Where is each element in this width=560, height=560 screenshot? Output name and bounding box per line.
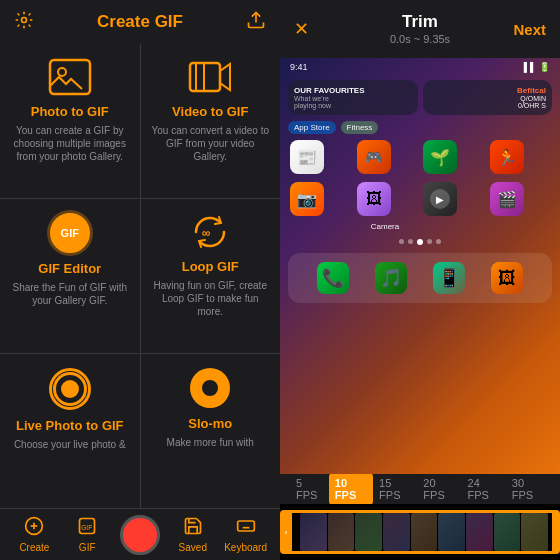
timeline-handle-left[interactable]: ‹ [280, 510, 292, 554]
timeline-bottom-border [292, 551, 552, 554]
left-panel: Create GIF Photo to GIF You can create a… [0, 0, 280, 560]
live-photo-icon [49, 368, 91, 410]
google-news-app: 📰 [290, 140, 324, 174]
timeline-frame-9 [521, 513, 548, 551]
dock-spotify: 🎵 [375, 262, 407, 294]
status-time: 9:41 [290, 62, 308, 72]
keyboard-label: Keyboard [224, 542, 267, 553]
fps-20[interactable]: 20 FPS [417, 473, 461, 505]
close-button[interactable]: ✕ [294, 18, 309, 40]
settings-icon[interactable] [14, 10, 34, 35]
svg-rect-2 [50, 60, 90, 94]
photo2-app: 🖼 [357, 182, 391, 216]
page-dots [280, 235, 560, 249]
timeline-frame-6 [438, 513, 465, 551]
create-icon [24, 516, 44, 540]
play-app: ▶ [423, 182, 457, 216]
dot-1 [399, 239, 404, 244]
dock-phone: 📞 [317, 262, 349, 294]
video-to-gif-title: Video to GIF [172, 104, 248, 119]
photo-to-gif-icon [48, 58, 92, 96]
create-label: Create [19, 542, 49, 553]
svg-point-3 [58, 68, 66, 76]
saved-icon [183, 516, 203, 540]
timeline-frame-5 [411, 513, 438, 551]
right-panel: ✕ Trim 0.0s ~ 9.35s Next 9:41 ▌▌ 🔋 OUR F… [280, 0, 560, 560]
slomo-cell[interactable]: Slo-mo Make more fun with [141, 354, 281, 508]
nav-create[interactable]: Create [8, 516, 61, 553]
record-button[interactable] [120, 515, 160, 555]
battlegrounds-app: 🎮 [357, 140, 391, 174]
gif-editor-icon: GIF [50, 213, 90, 253]
svg-point-0 [22, 17, 27, 22]
fps-10[interactable]: 10 FPS [329, 473, 373, 505]
phone-mockup: 9:41 ▌▌ 🔋 OUR FAVOURITES What we'replayi… [280, 58, 560, 474]
timeline-frame-4 [383, 513, 410, 551]
photo-to-gif-desc: You can create a GIF by choosing multipl… [10, 124, 130, 163]
status-icons: ▌▌ 🔋 [524, 62, 550, 72]
timeline-frame-2 [328, 513, 355, 551]
dock-facetime: 📱 [433, 262, 465, 294]
timeline-frame-8 [494, 513, 521, 551]
slomo-title: Slo-mo [188, 416, 232, 431]
gif-nav-icon: GIF [77, 516, 97, 540]
dot-5 [436, 239, 441, 244]
svg-rect-13 [237, 521, 254, 531]
loop-gif-desc: Having fun on GIF, create Loop GIF to ma… [151, 279, 271, 318]
video-to-gif-cell[interactable]: Video to GIF You can convert a video to … [141, 44, 281, 198]
loop-gif-cell[interactable]: ∞ Loop GIF Having fun on GIF, create Loo… [141, 199, 281, 353]
live-photo-title: Live Photo to GIF [16, 418, 124, 433]
dot-4 [427, 239, 432, 244]
trim-title-group: Trim 0.0s ~ 9.35s [390, 12, 450, 46]
timeline-handle-right[interactable] [552, 510, 560, 554]
photo-to-gif-title: Photo to GIF [31, 104, 109, 119]
next-button[interactable]: Next [513, 21, 546, 38]
bottom-nav: Create GIF GIF Saved [0, 508, 280, 560]
video-to-gif-icon [188, 58, 232, 96]
timeline-inner: ‹ [280, 510, 560, 554]
dot-3 [417, 239, 423, 245]
timeline-strip[interactable]: ‹ [280, 504, 560, 560]
page-title: Create GIF [97, 12, 183, 32]
trim-title: Trim [402, 12, 438, 32]
photo-to-gif-cell[interactable]: Photo to GIF You can create a GIF by cho… [0, 44, 140, 198]
nav-gif[interactable]: GIF GIF [61, 516, 114, 553]
svg-text:∞: ∞ [202, 226, 211, 240]
fps-5[interactable]: 5 FPS [290, 473, 329, 505]
gif-editor-desc: Share the Fun of GIF with your Gallery G… [10, 281, 130, 307]
gif-editor-cell[interactable]: GIF GIF Editor Share the Fun of GIF with… [0, 199, 140, 353]
timeline-frame-3 [355, 513, 382, 551]
trim-time-range: 0.0s ~ 9.35s [390, 32, 450, 46]
slomo-desc: Make more fun with [167, 436, 254, 449]
right-header: ✕ Trim 0.0s ~ 9.35s Next [280, 0, 560, 58]
dock: 📞 🎵 📱 🖼 [288, 253, 552, 303]
video-preview: 9:41 ▌▌ 🔋 OUR FAVOURITES What we'replayi… [280, 58, 560, 474]
nav-record [114, 515, 167, 555]
nav-saved[interactable]: Saved [166, 516, 219, 553]
timeline-frame-7 [466, 513, 493, 551]
camera-label: Camera [280, 220, 560, 235]
nav-keyboard[interactable]: Keyboard [219, 516, 272, 553]
dock-photos: 🖼 [491, 262, 523, 294]
live-photo-desc: Choose your live photo & [14, 438, 126, 451]
feature-grid: Photo to GIF You can create a GIF by cho… [0, 44, 280, 508]
video-to-gif-desc: You can convert a video to GIF from your… [151, 124, 271, 163]
live-photo-cell[interactable]: Live Photo to GIF Choose your live photo… [0, 354, 140, 508]
pvz2-app: 🌱 [423, 140, 457, 174]
gif-label: GIF [79, 542, 96, 553]
loop-gif-icon: ∞ [188, 213, 232, 251]
imovie-app: 🎬 [490, 182, 524, 216]
timeline-frame-1 [300, 513, 327, 551]
left-header: Create GIF [0, 0, 280, 44]
fps-24[interactable]: 24 FPS [462, 473, 506, 505]
fps-bar: 5 FPS 10 FPS 15 FPS 20 FPS 24 FPS 30 FPS [280, 474, 560, 504]
timeline-top-border [292, 510, 552, 513]
loop-gif-title: Loop GIF [182, 259, 239, 274]
subway-surf-app: 🏃 [490, 140, 524, 174]
slomo-icon [190, 368, 230, 408]
share-icon[interactable] [246, 10, 266, 35]
fps-30[interactable]: 30 FPS [506, 473, 550, 505]
fps-15[interactable]: 15 FPS [373, 473, 417, 505]
photos-app: 📷 [290, 182, 324, 216]
dot-2 [408, 239, 413, 244]
